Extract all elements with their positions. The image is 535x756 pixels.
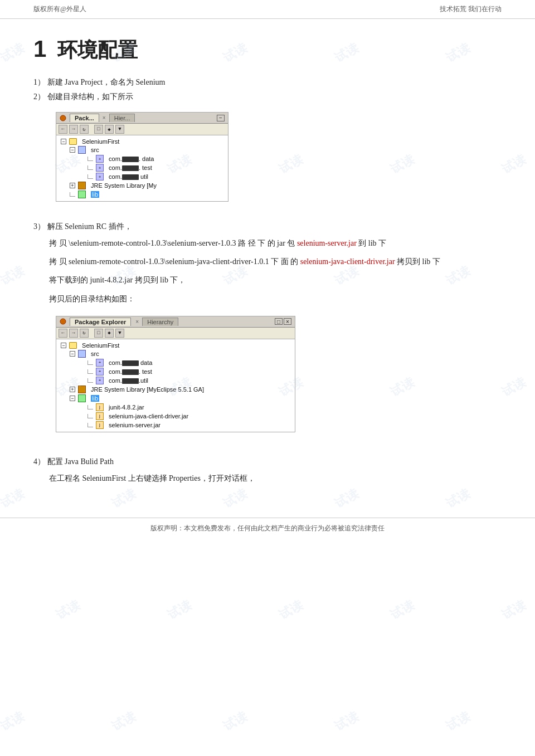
refresh-btn-2[interactable]: ↻ (80, 329, 89, 338)
ide-tab1-active[interactable]: Pack... (70, 114, 99, 122)
tree-lib-2: − lib (70, 394, 290, 403)
svg-point-0 (60, 115, 66, 121)
watermark-34: 试读 (332, 708, 361, 735)
ide-screenshot-1: Pack... × Hier... − ← → ↻ □ ◆ ▼ − Seleni… (56, 112, 228, 202)
page-content: 1 环境配置 1） 新建 Java Project，命名为 Selenium 2… (0, 25, 535, 506)
ide2-close-btn[interactable]: × (284, 318, 291, 325)
ide2-tab1-active[interactable]: Package Explorer (70, 318, 131, 326)
ide-toolbar-1: ← → ↻ □ ◆ ▼ (56, 124, 228, 135)
step3-para3: 将下载到的 junit-4.8.2.jar 拷贝到 lib 下， (33, 273, 502, 287)
redacted-bar-5 (122, 369, 139, 375)
step3-para1: 拷 贝 \selenium-remote-control-1.0.3\selen… (33, 236, 502, 250)
folder-icon-2 (69, 342, 77, 349)
step-1: 1） 新建 Java Project，命名为 Selenium (33, 77, 502, 87)
redacted-bar-4 (122, 360, 139, 366)
step4-para1: 在工程名 SeleniumFirst 上右键选择 Properties，打开对话… (33, 471, 502, 485)
ide-toolbar-2: ← → ↻ □ ◆ ▼ (56, 328, 295, 339)
page-footer: 版权声明：本文档免费发布，任何由此文档产生的商业行为必将被追究法律责任 (0, 518, 535, 539)
watermark-30: 试读 (499, 597, 528, 623)
back-btn-2[interactable]: ← (59, 329, 67, 338)
ide-minimize-btn[interactable]: − (217, 115, 225, 121)
watermark-26: 试读 (53, 597, 82, 623)
redacted-bar-6 (122, 378, 139, 384)
watermark-31: 试读 (0, 708, 27, 735)
pkg-data-icon: + (96, 155, 104, 163)
chapter-heading: 1 环境配置 (33, 36, 502, 64)
tree-pkg-util-1: + com. util (87, 172, 223, 181)
watermark-35: 试读 (443, 708, 473, 735)
back-btn[interactable]: ← (59, 125, 67, 134)
tree-src-2: − src (70, 349, 290, 358)
redacted-bar-2 (122, 165, 139, 171)
header-right: 技术拓荒 我们在行动 (440, 4, 502, 14)
header-left: 版权所有@外星人 (33, 4, 86, 14)
src-icon (78, 146, 86, 154)
pkg-util-icon: + (96, 173, 104, 181)
expand-jre-2[interactable]: + (70, 387, 75, 392)
svg-point-1 (60, 319, 66, 324)
expand-jre[interactable]: + (70, 183, 75, 188)
tree-root-2: − SeleniumFirst (61, 342, 290, 349)
ide-tab1-close[interactable]: × (103, 115, 106, 121)
redacted-bar-3 (122, 174, 139, 180)
watermark-29: 试读 (387, 597, 417, 623)
redacted-bar-1 (122, 157, 139, 162)
watermark-28: 试读 (276, 597, 305, 623)
link-selenium-driver[interactable]: selenium-java-client-driver.jar (300, 257, 395, 266)
refresh-btn[interactable]: ↻ (80, 125, 89, 134)
ide-titlebar-2: Package Explorer × Hierarchy □ × (56, 316, 295, 328)
pkg-test-icon: + (96, 164, 104, 172)
tree-pkg-test-1: + com.. test (87, 163, 223, 172)
ide-tree-1: − SeleniumFirst − src + com.. data + com… (56, 135, 228, 201)
ide2-tab1-close[interactable]: × (135, 319, 139, 325)
jar-icon-2: j (96, 412, 104, 420)
step-3: 3） 解压 Selenium RC 插件， (33, 222, 502, 232)
collapse-btn-2[interactable]: □ (94, 329, 103, 338)
expand-root-2[interactable]: − (61, 343, 66, 348)
tree-jre-1: + JRE System Library [My (70, 181, 223, 190)
link-btn-2[interactable]: ◆ (105, 329, 114, 338)
watermark-33: 试读 (220, 708, 250, 735)
ide-tab2[interactable]: Hier... (109, 114, 135, 122)
watermark-27: 试读 (164, 597, 194, 623)
tree-pkg-util-2: + com..util (87, 376, 290, 385)
menu-btn[interactable]: ▼ (115, 125, 124, 134)
forward-btn-2[interactable]: → (69, 329, 78, 338)
menu-btn-2[interactable]: ▼ (115, 329, 124, 338)
tree-jar2-2: j selenium-java-client-driver.jar (87, 412, 290, 421)
tree-pkg-test-2: + com.. test (87, 367, 290, 376)
ide-titlebar-1: Pack... × Hier... − (56, 113, 228, 124)
step3-para2: 拷 贝 selenium-remote-control-1.0.3\seleni… (33, 255, 502, 269)
link-btn[interactable]: ◆ (105, 125, 114, 134)
ide2-restore-btn[interactable]: □ (275, 318, 283, 325)
forward-btn[interactable]: → (69, 125, 78, 134)
step-2: 2） 创建目录结构，如下所示 (33, 92, 502, 102)
tree-root-1: − SeleniumFirst (61, 138, 223, 145)
tree-pkg-data-1: + com.. data (87, 154, 223, 163)
jar-icon-1: j (96, 403, 104, 411)
pkg-util-icon-2: + (96, 377, 104, 384)
watermark-32: 试读 (109, 708, 138, 735)
jre-icon-2 (78, 386, 86, 393)
expand-root[interactable]: − (61, 139, 66, 144)
folder-icon (69, 138, 77, 145)
ide-tree-2: − SeleniumFirst − src + com. data + com.… (56, 339, 295, 432)
tree-lib-1: lib (70, 190, 223, 199)
expand-src-2[interactable]: − (70, 351, 75, 357)
eclipse-icon (60, 115, 66, 121)
link-selenium-server[interactable]: selenium-server.jar (297, 239, 357, 247)
lib-icon (78, 191, 86, 198)
tree-src-1: − src (70, 145, 223, 154)
ide2-tab2[interactable]: Hierarchy (142, 318, 178, 326)
page-header: 版权所有@外星人 技术拓荒 我们在行动 (0, 0, 535, 19)
tree-jar3-2: j selenium-server.jar (87, 421, 290, 430)
pkg-data-icon-2: + (96, 359, 104, 367)
collapse-btn[interactable]: □ (94, 125, 103, 134)
step3-para4: 拷贝后的目录结构如图： (33, 292, 502, 306)
footer-text: 版权声明：本文档免费发布，任何由此文档产生的商业行为必将被追究法律责任 (150, 524, 385, 532)
expand-src[interactable]: − (70, 147, 75, 153)
expand-lib-2[interactable]: − (70, 396, 75, 401)
jar-icon-3: j (96, 421, 104, 429)
tree-jre-2: + JRE System Library [MyEclipse 5.5.1 GA… (70, 385, 290, 394)
pkg-test-icon-2: + (96, 368, 104, 375)
